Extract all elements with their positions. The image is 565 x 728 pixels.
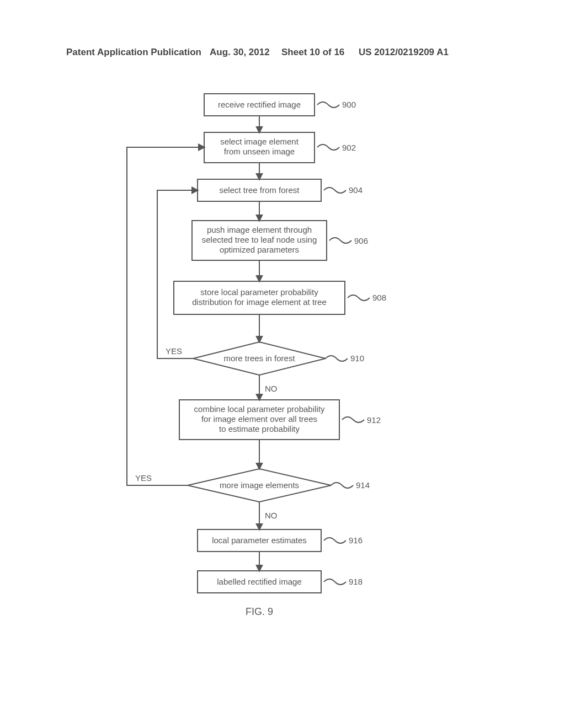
svg-text:optimized parameters: optimized parameters [220, 245, 299, 254]
svg-text:YES: YES [166, 346, 182, 356]
svg-text:select image element: select image element [220, 137, 299, 146]
svg-text:select tree from forest: select tree from forest [219, 185, 300, 195]
node-918: labelled rectified image 918 [198, 571, 363, 593]
node-912: combine local parameter probability for … [179, 400, 381, 440]
header-sheet: Sheet 10 of 16 [281, 47, 344, 58]
svg-text:914: 914 [356, 480, 370, 490]
header-publication: Patent Application Publication [66, 47, 201, 58]
svg-text:YES: YES [135, 473, 152, 483]
svg-text:900: 900 [342, 100, 356, 109]
edge-910-912-no: NO [259, 375, 278, 400]
svg-text:NO: NO [265, 511, 278, 520]
node-904: select tree from forest 904 [198, 179, 363, 201]
svg-text:918: 918 [349, 577, 363, 586]
svg-text:receive rectified image: receive rectified image [218, 100, 301, 109]
header-date: Aug. 30, 2012 [210, 47, 270, 58]
svg-text:to estimate probability: to estimate probability [219, 424, 300, 433]
edge-914-902-yes: YES [127, 147, 204, 485]
svg-text:from unseen image: from unseen image [224, 147, 295, 156]
node-906: push image element through selected tree… [192, 221, 368, 260]
header-pubno: US 2012/0219209 A1 [359, 47, 449, 58]
svg-text:916: 916 [349, 536, 363, 545]
svg-text:labelled rectified image: labelled rectified image [217, 577, 301, 586]
node-908: store local parameter probability distri… [174, 281, 386, 314]
svg-text:908: 908 [372, 293, 386, 302]
svg-text:local parameter estimates: local parameter estimates [212, 536, 307, 545]
svg-text:distribution for image element: distribution for image element at tree [192, 297, 326, 307]
svg-text:combine local parameter probab: combine local parameter probability [194, 404, 325, 414]
node-916: local parameter estimates 916 [198, 529, 363, 552]
svg-text:912: 912 [367, 415, 381, 425]
node-914: more image elements 914 [188, 469, 370, 502]
svg-text:NO: NO [265, 384, 278, 393]
flowchart-svg: receive rectified image 900 select image… [0, 83, 565, 728]
svg-text:902: 902 [342, 143, 356, 152]
svg-text:for image element over all tre: for image element over all trees [201, 414, 317, 424]
svg-text:904: 904 [349, 185, 363, 195]
svg-text:more trees in forest: more trees in forest [223, 354, 295, 363]
node-910: more trees in forest 910 [193, 342, 364, 375]
svg-text:906: 906 [354, 236, 368, 245]
svg-text:selected tree to leaf node usi: selected tree to leaf node using [202, 235, 317, 244]
svg-text:more image elements: more image elements [220, 480, 299, 490]
figure-label: FIG. 9 [246, 606, 273, 617]
node-900: receive rectified image 900 [204, 94, 356, 116]
edge-914-916-no: NO [259, 502, 278, 529]
svg-text:910: 910 [350, 354, 364, 363]
svg-text:push image element through: push image element through [207, 225, 312, 234]
svg-text:store local parameter probabil: store local parameter probability [200, 287, 318, 297]
node-902: select image element from unseen image 9… [204, 132, 356, 163]
edge-910-904-yes: YES [157, 190, 198, 358]
